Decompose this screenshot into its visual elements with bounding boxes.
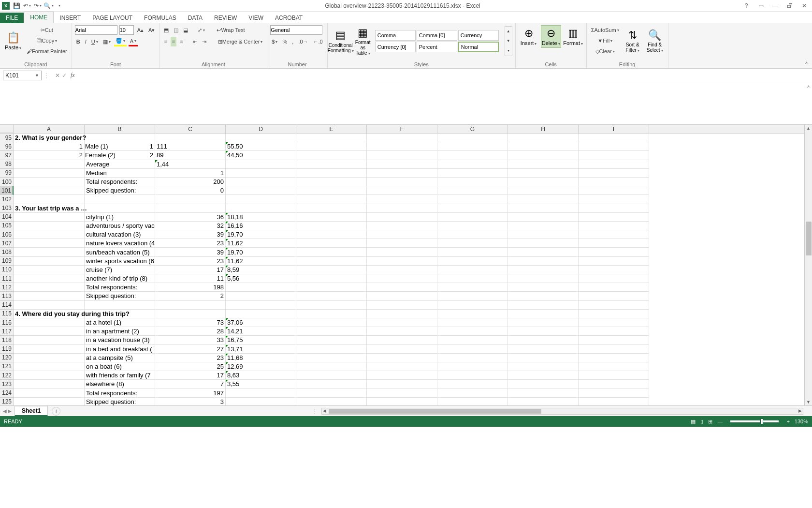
cell-G122[interactable]: [437, 371, 508, 380]
decrease-indent-icon[interactable]: ⇤: [191, 37, 199, 46]
row-header-118[interactable]: 118: [0, 336, 14, 344]
cell-C120[interactable]: 23: [155, 354, 226, 362]
cell-C114[interactable]: [155, 301, 226, 310]
cell-C105[interactable]: 32: [155, 222, 226, 230]
comma-format-icon[interactable]: ,: [290, 37, 295, 46]
cell-A109[interactable]: [14, 257, 85, 266]
row-header-107[interactable]: 107: [0, 239, 14, 248]
cell-B98[interactable]: Average: [85, 160, 155, 169]
orientation-icon[interactable]: ⤢: [196, 25, 206, 35]
cell-A108[interactable]: [14, 248, 85, 256]
cell-D124[interactable]: [226, 388, 296, 397]
increase-decimal-icon[interactable]: .0→: [297, 37, 309, 46]
cell-D120[interactable]: 11,68: [226, 354, 296, 362]
insert-cells-button[interactable]: ⊕Insert: [519, 26, 539, 47]
cell-I108[interactable]: [579, 248, 649, 256]
cell-E108[interactable]: [296, 248, 367, 256]
cell-I123[interactable]: [579, 380, 649, 388]
align-left-icon[interactable]: ≡: [162, 37, 168, 46]
cell-A110[interactable]: [14, 266, 85, 274]
cell-B114[interactable]: [85, 301, 155, 310]
cell-H97[interactable]: [508, 151, 579, 160]
cell-B105[interactable]: adventurous / sporty vac: [85, 222, 155, 230]
cell-E106[interactable]: [296, 230, 367, 239]
cell-B109[interactable]: winter sports vacation (6: [85, 257, 155, 266]
save-icon[interactable]: 💾: [13, 2, 20, 10]
sheet-tab-sheet1[interactable]: Sheet1: [14, 406, 48, 416]
cell-F105[interactable]: [367, 222, 437, 230]
cell-D102[interactable]: [226, 195, 296, 204]
cell-A103[interactable]: 3. Your last trip was a …: [14, 204, 85, 213]
cell-E119[interactable]: [296, 345, 367, 354]
cell-C110[interactable]: 17: [155, 266, 226, 274]
cell-E110[interactable]: [296, 266, 367, 274]
cell-H98[interactable]: [508, 160, 579, 169]
cell-D105[interactable]: 16,16: [226, 222, 296, 230]
cell-F106[interactable]: [367, 230, 437, 239]
zoom-in-icon[interactable]: +: [786, 418, 789, 424]
cell-H119[interactable]: [508, 345, 579, 354]
cell-F102[interactable]: [367, 195, 437, 204]
redo-button[interactable]: ↷: [34, 2, 42, 10]
cell-A98[interactable]: [14, 160, 85, 169]
cell-B120[interactable]: at a campsite (5): [85, 354, 155, 362]
cell-E100[interactable]: [296, 178, 367, 186]
cell-I105[interactable]: [579, 222, 649, 230]
cell-E105[interactable]: [296, 222, 367, 230]
align-middle-icon[interactable]: ◫: [172, 25, 180, 35]
row-header-122[interactable]: 122: [0, 371, 14, 380]
row-header-100[interactable]: 100: [0, 178, 14, 186]
cell-G100[interactable]: [437, 178, 508, 186]
cell-F117[interactable]: [367, 327, 437, 336]
cell-F109[interactable]: [367, 257, 437, 266]
cell-H103[interactable]: [508, 204, 579, 213]
tab-home[interactable]: HOME: [24, 12, 54, 23]
cell-H101[interactable]: [508, 186, 579, 195]
cell-A111[interactable]: [14, 274, 85, 283]
align-bottom-icon[interactable]: ⬓: [182, 25, 189, 35]
cell-C104[interactable]: 36: [155, 213, 226, 222]
cell-H120[interactable]: [508, 354, 579, 362]
row-header-115[interactable]: 115: [0, 310, 14, 318]
clear-button[interactable]: ◇ Clear: [590, 46, 621, 56]
cell-B99[interactable]: Median: [85, 169, 155, 178]
cell-I106[interactable]: [579, 230, 649, 239]
style-comma0[interactable]: Comma [0]: [417, 30, 457, 41]
cell-E99[interactable]: [296, 169, 367, 178]
cell-C112[interactable]: 198: [155, 283, 226, 292]
cell-E97[interactable]: [296, 151, 367, 160]
style-percent[interactable]: Percent: [417, 42, 457, 52]
cell-G103[interactable]: [437, 204, 508, 213]
row-header-95[interactable]: 95: [0, 134, 14, 142]
cell-F96[interactable]: [367, 142, 437, 151]
cell-H118[interactable]: [508, 336, 579, 344]
cell-B118[interactable]: in a vacation house (3): [85, 336, 155, 344]
cell-A112[interactable]: [14, 283, 85, 292]
row-header-98[interactable]: 98: [0, 160, 14, 169]
cell-C95[interactable]: [155, 134, 226, 142]
cell-C101[interactable]: 0: [155, 186, 226, 195]
style-comma[interactable]: Comma: [375, 30, 416, 41]
cell-D125[interactable]: [226, 398, 296, 405]
cell-C116[interactable]: 73: [155, 318, 226, 327]
cell-G118[interactable]: [437, 336, 508, 344]
cell-I114[interactable]: [579, 301, 649, 310]
cell-E125[interactable]: [296, 398, 367, 405]
cell-B101[interactable]: Skipped question:: [85, 186, 155, 195]
increase-font-icon[interactable]: A▴: [136, 25, 145, 35]
row-header-119[interactable]: 119: [0, 345, 14, 354]
cell-D112[interactable]: [226, 283, 296, 292]
cell-A114[interactable]: [14, 301, 85, 310]
cell-F120[interactable]: [367, 354, 437, 362]
cell-E95[interactable]: [296, 134, 367, 142]
cell-F123[interactable]: [367, 380, 437, 388]
cell-H113[interactable]: [508, 292, 579, 300]
merge-center-button[interactable]: ⊞ Merge & Center: [217, 37, 264, 46]
horizontal-scrollbar[interactable]: ◀ ▶: [321, 408, 803, 415]
cell-C118[interactable]: 33: [155, 336, 226, 344]
cell-B117[interactable]: in an apartment (2): [85, 327, 155, 336]
name-box[interactable]: K101 ▼: [3, 71, 42, 80]
format-painter-button[interactable]: 🖌 Format Painter: [25, 46, 69, 56]
cell-D119[interactable]: 13,71: [226, 345, 296, 354]
tab-review[interactable]: REVIEW: [208, 13, 243, 23]
